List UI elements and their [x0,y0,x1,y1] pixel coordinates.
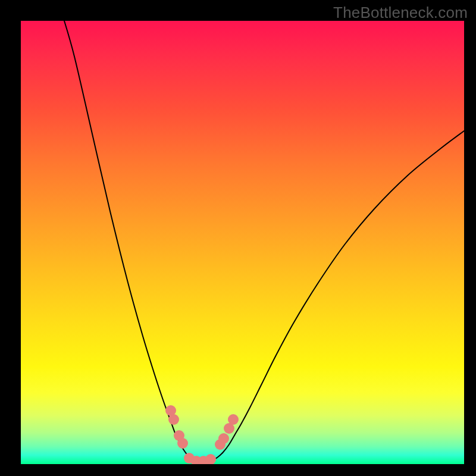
dots-right [215,414,239,450]
data-dot [168,414,179,425]
data-dot [177,438,188,449]
data-dot [205,454,216,464]
outer-frame: TheBottleneck.com [0,0,476,476]
left-curve [62,21,199,462]
plot-area [21,21,464,464]
data-dot [218,433,229,444]
data-dot [228,414,239,425]
dots-bottom [184,453,216,464]
chart-svg [21,21,464,464]
attribution-text: TheBottleneck.com [333,4,468,22]
right-curve [199,131,464,462]
dots-left [165,405,188,449]
